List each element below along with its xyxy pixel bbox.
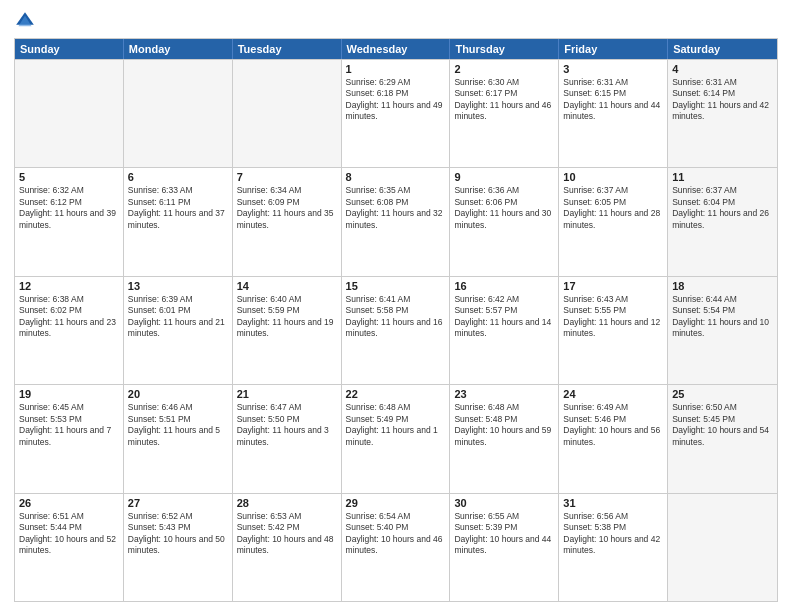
cal-cell-text: Sunrise: 6:52 AMSunset: 5:43 PMDaylight:… — [128, 511, 228, 557]
cal-cell-text: Sunrise: 6:54 AMSunset: 5:40 PMDaylight:… — [346, 511, 446, 557]
cal-header-cell: Wednesday — [342, 39, 451, 59]
cal-cell-text: Sunrise: 6:34 AMSunset: 6:09 PMDaylight:… — [237, 185, 337, 231]
cal-day-num: 26 — [19, 497, 119, 509]
cal-day-num: 27 — [128, 497, 228, 509]
cal-day-num: 5 — [19, 171, 119, 183]
header — [14, 10, 778, 32]
cal-header-cell: Tuesday — [233, 39, 342, 59]
cal-cell: 6Sunrise: 6:33 AMSunset: 6:11 PMDaylight… — [124, 168, 233, 275]
cal-day-num: 22 — [346, 388, 446, 400]
cal-cell-text: Sunrise: 6:30 AMSunset: 6:17 PMDaylight:… — [454, 77, 554, 123]
cal-day-num: 12 — [19, 280, 119, 292]
cal-day-num: 23 — [454, 388, 554, 400]
cal-day-num: 31 — [563, 497, 663, 509]
cal-cell: 12Sunrise: 6:38 AMSunset: 6:02 PMDayligh… — [15, 277, 124, 384]
logo — [14, 10, 40, 32]
cal-day-num: 16 — [454, 280, 554, 292]
cal-day-num: 8 — [346, 171, 446, 183]
cal-cell-text: Sunrise: 6:51 AMSunset: 5:44 PMDaylight:… — [19, 511, 119, 557]
cal-header-cell: Sunday — [15, 39, 124, 59]
calendar-header-row: SundayMondayTuesdayWednesdayThursdayFrid… — [15, 39, 777, 59]
cal-day-num: 10 — [563, 171, 663, 183]
cal-cell-text: Sunrise: 6:44 AMSunset: 5:54 PMDaylight:… — [672, 294, 773, 340]
cal-week: 12Sunrise: 6:38 AMSunset: 6:02 PMDayligh… — [15, 276, 777, 384]
cal-cell: 26Sunrise: 6:51 AMSunset: 5:44 PMDayligh… — [15, 494, 124, 601]
cal-cell — [15, 60, 124, 167]
cal-cell: 13Sunrise: 6:39 AMSunset: 6:01 PMDayligh… — [124, 277, 233, 384]
cal-day-num: 25 — [672, 388, 773, 400]
cal-cell-text: Sunrise: 6:29 AMSunset: 6:18 PMDaylight:… — [346, 77, 446, 123]
cal-cell-text: Sunrise: 6:53 AMSunset: 5:42 PMDaylight:… — [237, 511, 337, 557]
cal-cell-text: Sunrise: 6:46 AMSunset: 5:51 PMDaylight:… — [128, 402, 228, 448]
cal-day-num: 28 — [237, 497, 337, 509]
cal-cell-text: Sunrise: 6:33 AMSunset: 6:11 PMDaylight:… — [128, 185, 228, 231]
cal-cell: 4Sunrise: 6:31 AMSunset: 6:14 PMDaylight… — [668, 60, 777, 167]
cal-cell: 21Sunrise: 6:47 AMSunset: 5:50 PMDayligh… — [233, 385, 342, 492]
calendar-body: 1Sunrise: 6:29 AMSunset: 6:18 PMDaylight… — [15, 59, 777, 601]
cal-cell: 17Sunrise: 6:43 AMSunset: 5:55 PMDayligh… — [559, 277, 668, 384]
cal-cell: 30Sunrise: 6:55 AMSunset: 5:39 PMDayligh… — [450, 494, 559, 601]
cal-cell-text: Sunrise: 6:37 AMSunset: 6:04 PMDaylight:… — [672, 185, 773, 231]
cal-week: 5Sunrise: 6:32 AMSunset: 6:12 PMDaylight… — [15, 167, 777, 275]
cal-cell-text: Sunrise: 6:48 AMSunset: 5:48 PMDaylight:… — [454, 402, 554, 448]
page: SundayMondayTuesdayWednesdayThursdayFrid… — [0, 0, 792, 612]
cal-cell: 23Sunrise: 6:48 AMSunset: 5:48 PMDayligh… — [450, 385, 559, 492]
cal-cell-text: Sunrise: 6:37 AMSunset: 6:05 PMDaylight:… — [563, 185, 663, 231]
cal-cell — [668, 494, 777, 601]
cal-day-num: 1 — [346, 63, 446, 75]
cal-cell: 28Sunrise: 6:53 AMSunset: 5:42 PMDayligh… — [233, 494, 342, 601]
cal-cell: 22Sunrise: 6:48 AMSunset: 5:49 PMDayligh… — [342, 385, 451, 492]
cal-cell: 19Sunrise: 6:45 AMSunset: 5:53 PMDayligh… — [15, 385, 124, 492]
cal-day-num: 9 — [454, 171, 554, 183]
cal-day-num: 18 — [672, 280, 773, 292]
cal-cell-text: Sunrise: 6:39 AMSunset: 6:01 PMDaylight:… — [128, 294, 228, 340]
cal-cell: 7Sunrise: 6:34 AMSunset: 6:09 PMDaylight… — [233, 168, 342, 275]
cal-cell: 3Sunrise: 6:31 AMSunset: 6:15 PMDaylight… — [559, 60, 668, 167]
cal-day-num: 7 — [237, 171, 337, 183]
cal-week: 1Sunrise: 6:29 AMSunset: 6:18 PMDaylight… — [15, 59, 777, 167]
cal-cell: 14Sunrise: 6:40 AMSunset: 5:59 PMDayligh… — [233, 277, 342, 384]
cal-cell: 9Sunrise: 6:36 AMSunset: 6:06 PMDaylight… — [450, 168, 559, 275]
cal-cell-text: Sunrise: 6:41 AMSunset: 5:58 PMDaylight:… — [346, 294, 446, 340]
cal-cell-text: Sunrise: 6:35 AMSunset: 6:08 PMDaylight:… — [346, 185, 446, 231]
cal-day-num: 2 — [454, 63, 554, 75]
cal-day-num: 11 — [672, 171, 773, 183]
cal-header-cell: Friday — [559, 39, 668, 59]
cal-cell: 11Sunrise: 6:37 AMSunset: 6:04 PMDayligh… — [668, 168, 777, 275]
cal-cell: 25Sunrise: 6:50 AMSunset: 5:45 PMDayligh… — [668, 385, 777, 492]
cal-cell-text: Sunrise: 6:48 AMSunset: 5:49 PMDaylight:… — [346, 402, 446, 448]
cal-cell — [124, 60, 233, 167]
cal-cell: 5Sunrise: 6:32 AMSunset: 6:12 PMDaylight… — [15, 168, 124, 275]
cal-day-num: 14 — [237, 280, 337, 292]
cal-day-num: 13 — [128, 280, 228, 292]
cal-cell: 29Sunrise: 6:54 AMSunset: 5:40 PMDayligh… — [342, 494, 451, 601]
cal-week: 26Sunrise: 6:51 AMSunset: 5:44 PMDayligh… — [15, 493, 777, 601]
cal-day-num: 29 — [346, 497, 446, 509]
logo-icon — [14, 10, 36, 32]
cal-cell: 18Sunrise: 6:44 AMSunset: 5:54 PMDayligh… — [668, 277, 777, 384]
cal-cell: 15Sunrise: 6:41 AMSunset: 5:58 PMDayligh… — [342, 277, 451, 384]
cal-cell-text: Sunrise: 6:42 AMSunset: 5:57 PMDaylight:… — [454, 294, 554, 340]
cal-cell-text: Sunrise: 6:47 AMSunset: 5:50 PMDaylight:… — [237, 402, 337, 448]
cal-cell: 20Sunrise: 6:46 AMSunset: 5:51 PMDayligh… — [124, 385, 233, 492]
cal-header-cell: Monday — [124, 39, 233, 59]
cal-day-num: 30 — [454, 497, 554, 509]
cal-cell: 24Sunrise: 6:49 AMSunset: 5:46 PMDayligh… — [559, 385, 668, 492]
cal-header-cell: Saturday — [668, 39, 777, 59]
cal-cell: 8Sunrise: 6:35 AMSunset: 6:08 PMDaylight… — [342, 168, 451, 275]
cal-cell-text: Sunrise: 6:38 AMSunset: 6:02 PMDaylight:… — [19, 294, 119, 340]
cal-cell: 16Sunrise: 6:42 AMSunset: 5:57 PMDayligh… — [450, 277, 559, 384]
cal-cell-text: Sunrise: 6:55 AMSunset: 5:39 PMDaylight:… — [454, 511, 554, 557]
cal-cell-text: Sunrise: 6:56 AMSunset: 5:38 PMDaylight:… — [563, 511, 663, 557]
cal-cell-text: Sunrise: 6:36 AMSunset: 6:06 PMDaylight:… — [454, 185, 554, 231]
cal-day-num: 17 — [563, 280, 663, 292]
cal-day-num: 15 — [346, 280, 446, 292]
cal-cell-text: Sunrise: 6:31 AMSunset: 6:14 PMDaylight:… — [672, 77, 773, 123]
cal-cell-text: Sunrise: 6:32 AMSunset: 6:12 PMDaylight:… — [19, 185, 119, 231]
cal-day-num: 6 — [128, 171, 228, 183]
cal-week: 19Sunrise: 6:45 AMSunset: 5:53 PMDayligh… — [15, 384, 777, 492]
cal-cell — [233, 60, 342, 167]
cal-cell: 1Sunrise: 6:29 AMSunset: 6:18 PMDaylight… — [342, 60, 451, 167]
calendar: SundayMondayTuesdayWednesdayThursdayFrid… — [14, 38, 778, 602]
cal-cell-text: Sunrise: 6:31 AMSunset: 6:15 PMDaylight:… — [563, 77, 663, 123]
